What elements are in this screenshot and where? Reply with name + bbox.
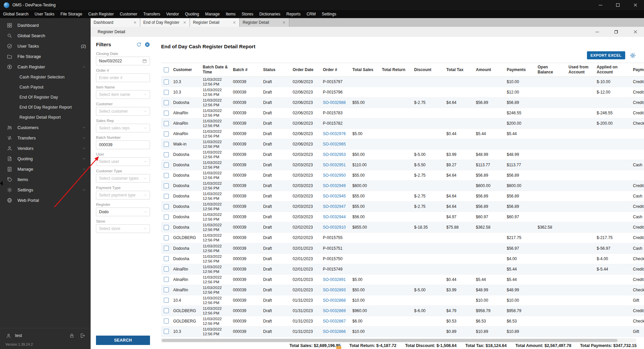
row-checkbox[interactable] xyxy=(164,287,169,292)
order-link[interactable]: SO-0032893 xyxy=(323,288,346,292)
column-header-total-return[interactable]: Total Return xyxy=(380,63,412,77)
row-checkbox[interactable] xyxy=(164,215,169,220)
filter-input-customer[interactable]: Select customer xyxy=(96,107,150,116)
column-header-payment[interactable]: Payment xyxy=(631,63,644,77)
menu-item-transfers[interactable]: Transfers xyxy=(140,12,163,16)
table-row[interactable]: 10.311/03/202212:56 PM000039Draft02/06/2… xyxy=(161,77,644,87)
table-row[interactable]: AlinaRin11/03/202212:56 PM000039Draft02/… xyxy=(161,108,644,118)
table-row[interactable]: AlinaRin11/03/202212:56 PM000039Draft02/… xyxy=(161,274,644,285)
scrollbar-thumb[interactable] xyxy=(162,339,617,342)
menu-item-dictionaries[interactable]: Dictionaries xyxy=(256,12,284,16)
table-row[interactable]: Dodosha11/03/202212:56 PM000039Draft02/0… xyxy=(161,201,644,212)
inner-minimize-button[interactable] xyxy=(595,32,599,32)
order-link[interactable]: SO-0032949 xyxy=(323,183,346,188)
order-link[interactable]: SO-0032988 xyxy=(323,100,346,105)
menu-item-user-tasks[interactable]: User Tasks xyxy=(32,12,57,16)
column-header-open-balance[interactable]: Open Balance xyxy=(536,63,566,77)
filter-input-store[interactable]: Select store xyxy=(96,224,150,233)
row-checkbox[interactable] xyxy=(164,142,169,147)
table-row[interactable]: GOLDBERG11/03/202212:56 PM000039Draft01/… xyxy=(161,316,644,326)
row-checkbox[interactable] xyxy=(164,235,169,240)
row-checkbox[interactable] xyxy=(164,246,169,251)
table-row[interactable]: Dodosha11/03/202212:56 PM000039Draft02/0… xyxy=(161,212,644,222)
search-button[interactable]: SEARCH xyxy=(96,336,150,345)
tab-dashboard[interactable]: Dashboard xyxy=(91,18,140,27)
maximize-button[interactable] xyxy=(609,0,627,10)
table-row[interactable]: Dodosha11/03/202212:56 PM000039Draft02/0… xyxy=(161,150,644,160)
order-link[interactable]: SO-0032945 xyxy=(323,194,346,198)
order-link[interactable]: SO-0032953 xyxy=(323,152,346,157)
filter-input-order[interactable]: Enter order # xyxy=(96,73,150,82)
logout-icon[interactable] xyxy=(80,333,85,338)
table-row[interactable]: AlinaRin11/03/202212:56 PM000039Draft02/… xyxy=(161,285,644,295)
table-row[interactable]: Dodosha11/03/202212:56 PM000039Draft02/0… xyxy=(161,170,644,181)
table-row[interactable]: Dodosha11/03/202212:56 PM000039Draft02/0… xyxy=(161,243,644,253)
table-row[interactable]: GOLDBERG11/03/202212:56 PM000039Draft02/… xyxy=(161,233,644,243)
sidebar-item-end-of-register-day[interactable]: End Of Register Day xyxy=(0,92,91,102)
filter-input-batch-number[interactable]: 000039 xyxy=(96,140,150,149)
row-checkbox[interactable] xyxy=(164,173,169,178)
row-checkbox[interactable] xyxy=(164,111,169,116)
sidebar-item-cash-register[interactable]: Cash Register xyxy=(0,62,91,72)
order-link[interactable]: SO-0032951 xyxy=(323,163,346,167)
column-header-discount[interactable]: Discount xyxy=(412,63,444,77)
row-checkbox[interactable] xyxy=(164,329,169,334)
clear-filters-icon[interactable] xyxy=(145,42,150,47)
row-checkbox[interactable] xyxy=(164,256,169,261)
close-tab-icon[interactable] xyxy=(233,21,236,24)
table-row[interactable]: 10.411/03/202212:56 PM000039Draft01/31/2… xyxy=(161,295,644,305)
table-row[interactable]: AlinaRin11/03/202212:56 PM000039Draft02/… xyxy=(161,129,644,139)
sidebar-item-dashboard[interactable]: Dashboard xyxy=(0,20,91,31)
table-row[interactable]: Dodosha11/03/202212:56 PM000039Draft02/0… xyxy=(161,222,644,233)
filter-input-customer-type[interactable]: Select customer types xyxy=(96,174,150,183)
menu-item-crm[interactable]: CRM xyxy=(303,12,318,16)
row-checkbox[interactable] xyxy=(164,204,169,209)
filter-input-user[interactable]: Select user xyxy=(96,157,150,166)
order-link[interactable]: SO-0032947 xyxy=(323,204,346,209)
menu-item-settings[interactable]: Settings xyxy=(319,12,339,16)
gear-icon[interactable] xyxy=(630,52,636,59)
sidebar-item-cash-payout[interactable]: Cash Payout xyxy=(0,82,91,92)
minimize-button[interactable] xyxy=(592,0,609,10)
table-row[interactable]: Dodosha11/03/202212:56 PM000039Draft02/0… xyxy=(161,253,644,264)
row-checkbox[interactable] xyxy=(164,225,169,230)
sidebar-item-cash-register-selection[interactable]: Cash Register Selection xyxy=(0,72,91,82)
column-header-total-tax[interactable]: Total Tax xyxy=(444,63,474,77)
sidebar-item-web-portal[interactable]: Web Portal xyxy=(0,195,91,206)
sidebar-item-file-storage[interactable]: File Storage xyxy=(0,51,91,62)
order-link[interactable]: SO-0032910 xyxy=(323,225,346,230)
filter-input-register[interactable]: Dodo xyxy=(96,208,150,216)
close-tab-icon[interactable] xyxy=(134,21,137,24)
sidebar-item-end-of-day-register-report[interactable]: End Of Day Register Report xyxy=(0,102,91,112)
row-checkbox[interactable] xyxy=(164,79,169,84)
table-row[interactable]: Dodosha11/03/202212:56 PM000039Draft02/0… xyxy=(161,98,644,108)
sidebar-item-user-tasks[interactable]: User Tasks(2) xyxy=(0,41,91,51)
filter-input-payment-type[interactable]: Select payment type xyxy=(96,191,150,199)
order-link[interactable]: SO-0032944 xyxy=(323,215,346,219)
column-header-order-date[interactable]: Order Date xyxy=(291,63,321,77)
row-checkbox[interactable] xyxy=(164,277,169,282)
row-checkbox[interactable] xyxy=(164,152,169,157)
refresh-filters-icon[interactable] xyxy=(136,42,142,47)
table-row[interactable]: 10.311/03/202212:56 PM000039Draft02/06/2… xyxy=(161,87,644,98)
filter-input-item-name[interactable]: Select item name xyxy=(96,90,150,99)
sidebar-item-vendors[interactable]: Vendors xyxy=(0,143,91,154)
column-header-amount[interactable]: Amount xyxy=(474,63,505,77)
select-all-checkbox[interactable] xyxy=(164,67,169,72)
sidebar-item-customers[interactable]: Customers xyxy=(0,122,91,133)
export-excel-button[interactable]: EXPORT EXCEL xyxy=(587,51,625,59)
menu-item-reports[interactable]: Reports xyxy=(283,12,303,16)
order-link[interactable]: SO-0032891 xyxy=(323,277,346,282)
row-checkbox[interactable] xyxy=(164,298,169,303)
menu-item-cash-register[interactable]: Cash Register xyxy=(85,12,117,16)
sidebar-item-manage[interactable]: Manage xyxy=(0,164,91,174)
table-row[interactable]: GOLDBERG11/03/202212:56 PM000039Draft01/… xyxy=(161,305,644,316)
row-checkbox[interactable] xyxy=(164,163,169,168)
row-checkbox[interactable] xyxy=(164,194,169,199)
table-row[interactable]: 10.311/03/202212:56 PM000039Draft01/31/2… xyxy=(161,326,644,337)
column-header-batch-date-time[interactable]: Batch Date & Time xyxy=(201,63,231,77)
column-header-total-sales[interactable]: Total Sales xyxy=(350,63,380,77)
column-header-order[interactable]: Order # xyxy=(321,63,350,77)
table-row[interactable]: AlinaRin11/03/202212:56 PM000039Draft02/… xyxy=(161,118,644,129)
table-row[interactable]: Walk-in11/03/202212:56 PM000039Draft02/0… xyxy=(161,139,644,150)
